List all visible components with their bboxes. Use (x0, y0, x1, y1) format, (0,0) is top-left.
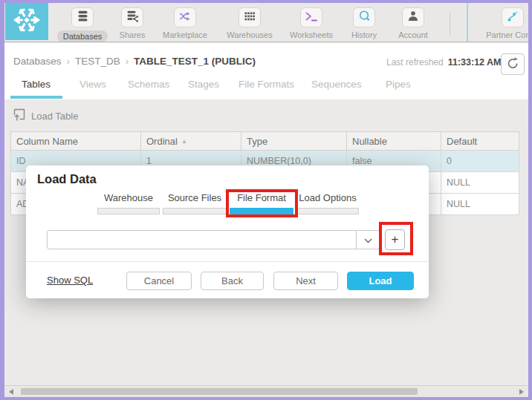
load-button[interactable]: Load (347, 272, 414, 290)
worksheets-icon (305, 11, 317, 24)
tab-stages[interactable]: Stages (188, 79, 219, 90)
databases-icon (77, 10, 89, 25)
refresh-button[interactable] (501, 53, 525, 75)
partner-section-divider (467, 3, 468, 42)
column-header-nullable[interactable]: Nullable (346, 132, 441, 150)
load-table-icon (13, 108, 25, 123)
active-tab-underline (10, 96, 62, 99)
step-load-options[interactable]: Load Options (296, 192, 359, 214)
nav-label: Marketplace (163, 30, 207, 39)
modal-title: Load Data (37, 172, 97, 186)
step-progress-bar (163, 208, 227, 214)
step-progress-bar-active (230, 208, 293, 214)
last-refreshed-time: 11:33:12 AM (448, 57, 502, 68)
load-data-modal: Load Data Warehouse Source Files File Fo… (26, 165, 429, 298)
last-refreshed-label: Last refreshed (386, 57, 444, 68)
load-table-button[interactable]: Load Table (13, 108, 78, 123)
history-icon (358, 10, 371, 25)
add-file-format-button[interactable]: + (385, 229, 405, 250)
marketplace-icon (179, 11, 192, 24)
nav-label: History (351, 30, 377, 39)
step-source-files[interactable]: Source Files (163, 192, 227, 214)
modal-footer-divider (26, 261, 429, 262)
tab-pipes[interactable]: Pipes (386, 79, 411, 90)
tab-schemas[interactable]: Schemas (128, 79, 169, 90)
select-chevron-zone[interactable] (356, 231, 380, 249)
step-warehouse[interactable]: Warehouse (97, 192, 160, 214)
chevron-down-icon (364, 233, 372, 246)
scrollbar-thumb[interactable] (21, 388, 418, 395)
header-band: Databases › TEST_DB › TABLE_TEST_1 (PUBL… (4, 43, 528, 99)
breadcrumb-table-name: TABLE_TEST_1 (PUBLIC) (134, 56, 256, 67)
nav-label: Warehouses (227, 30, 272, 39)
nav-label: Worksheets (290, 30, 333, 39)
account-icon (407, 10, 419, 24)
snowflake-icon (13, 6, 41, 37)
file-format-select[interactable] (47, 230, 380, 249)
step-file-format[interactable]: File Format (230, 192, 293, 214)
breadcrumb-separator: › (126, 56, 129, 67)
nav-item-partner-connect[interactable]: Partner Conne (477, 7, 528, 39)
breadcrumb-database-name[interactable]: TEST_DB (75, 56, 120, 67)
nav-label: Partner Conne (486, 30, 528, 39)
scroll-left-arrow[interactable] (9, 389, 13, 395)
refresh-icon (507, 56, 519, 72)
column-header-default[interactable]: Default (441, 132, 520, 150)
breadcrumb: Databases › TEST_DB › TABLE_TEST_1 (PUBL… (13, 56, 256, 67)
top-navigation: Databases Shares Marketplace Warehouses … (4, 3, 528, 42)
nav-label: Account (398, 30, 428, 39)
column-header-type[interactable]: Type (241, 132, 346, 150)
tab-file-formats[interactable]: File Formats (239, 79, 294, 90)
breadcrumb-databases[interactable]: Databases (13, 56, 62, 67)
step-progress-bar (296, 208, 359, 214)
nav-label: Shares (120, 30, 146, 39)
table-header-row: Column Name Ordinal▲ Type Nullable Defau… (10, 131, 519, 151)
nav-divider (450, 13, 450, 35)
nav-item-marketplace[interactable]: Marketplace (149, 7, 221, 39)
load-table-label: Load Table (31, 111, 78, 122)
breadcrumb-separator: › (67, 56, 70, 67)
last-refreshed: Last refreshed 11:33:12 AM (386, 57, 502, 68)
tab-tables[interactable]: Tables (22, 79, 51, 90)
horizontal-scrollbar[interactable] (4, 385, 528, 397)
cancel-button[interactable]: Cancel (126, 272, 192, 290)
sort-asc-icon: ▲ (181, 138, 187, 145)
snowflake-logo[interactable] (5, 3, 48, 40)
back-button[interactable]: Back (201, 272, 264, 290)
nav-item-account[interactable]: Account (377, 7, 449, 39)
warehouses-icon (244, 11, 256, 24)
nav-item-warehouses[interactable]: Warehouses (214, 7, 285, 39)
step-progress-bar (97, 208, 160, 214)
column-header-column-name[interactable]: Column Name (11, 132, 140, 150)
shares-icon (126, 10, 139, 25)
partner-connect-icon (507, 10, 519, 25)
scroll-right-arrow[interactable] (519, 389, 524, 395)
column-header-ordinal[interactable]: Ordinal▲ (140, 132, 241, 150)
tab-views[interactable]: Views (80, 79, 106, 90)
show-sql-link[interactable]: Show SQL (47, 275, 93, 286)
tab-sequences[interactable]: Sequences (311, 79, 362, 90)
next-button[interactable]: Next (273, 272, 338, 290)
